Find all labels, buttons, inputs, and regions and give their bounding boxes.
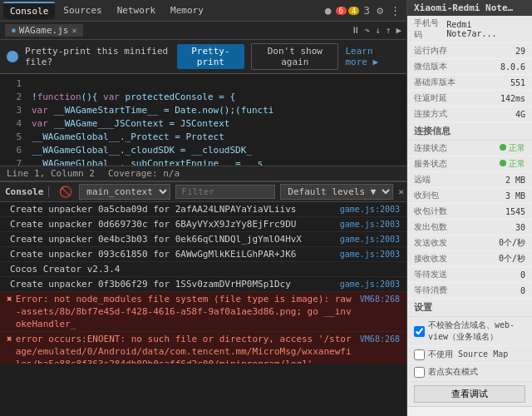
conn-label: 等待消费 [414, 285, 447, 296]
conn-label: 连接状态 [414, 142, 447, 154]
clear-console-btn[interactable]: 🚫 [57, 186, 74, 198]
connection-row: 发出包数30 [407, 220, 532, 235]
console-output[interactable]: Create unpacker 0a5cba09d for 2afAA24LNP… [0, 202, 406, 364]
console-file-ref[interactable]: game.js:2003 [333, 248, 400, 260]
tab-memory[interactable]: Memory [164, 2, 210, 18]
checkbox-rows: 不校验合法域名、web-view（业务域名）不使用 Source Map若点实在… [407, 317, 532, 381]
console-line[interactable]: Create unpacker 093c61850 for 6AWwGgMlkK… [0, 247, 406, 262]
step-out-btn[interactable]: ↑ [386, 25, 392, 36]
console-title: Console [5, 186, 49, 197]
connection-row: 等待消费0 [407, 283, 532, 299]
console-message-text: Create unpacker 0f3b06f29 for 1SSv0zamDV… [10, 278, 333, 290]
close-icon[interactable]: ✕ [71, 26, 76, 35]
file-controls: ⏸ ↷ ↓ ↑ ▶ [351, 25, 402, 36]
settings-checkbox-0[interactable] [414, 326, 425, 337]
console-message-text: Cocos Creator v2.3.4 [10, 263, 400, 275]
conn-value: 1545 [505, 207, 525, 216]
step-into-btn[interactable]: ↓ [375, 25, 381, 36]
settings-checkbox-row: 不校验合法域名、web-view（业务域名） [407, 317, 532, 346]
row-value: 29 [515, 47, 525, 56]
code-area: 123456789 !function(){ var protectedCons… [0, 74, 406, 166]
console-line[interactable]: ✖ Error: not node_modules file system (f… [0, 292, 406, 332]
status-bar: Line 1, Column 2 Coverage: n/a [0, 166, 406, 181]
console-line[interactable]: ✖ error occurs:ENOENT: no such file or d… [0, 332, 406, 364]
resume-btn[interactable]: ▶ [396, 25, 401, 36]
connection-row: 收到包3 MB [407, 188, 532, 204]
tab-console[interactable]: Console [3, 2, 55, 19]
conn-label: 等待发送 [414, 269, 447, 280]
context-select[interactable]: main_context [79, 184, 170, 200]
file-tab[interactable]: ● WAGame.js ✕ [5, 24, 83, 37]
filter-input[interactable] [175, 185, 275, 199]
connection-row: 连接状态正常 [407, 141, 532, 156]
console-file-ref[interactable]: game.js:2003 [333, 278, 400, 290]
line-numbers: 123456789 [0, 74, 25, 166]
prettyprint-question: Pretty-print this minified file? [25, 46, 170, 67]
conn-label: 收包计数 [414, 206, 447, 217]
file-bar: ● WAGame.js ✕ ⏸ ↷ ↓ ↑ ▶ [0, 22, 406, 40]
console-message-text: Create unpacker 0d669730c for 6BAyVYxX9J… [10, 218, 333, 230]
connection-header: 连接信息 [407, 122, 532, 141]
console-line[interactable]: Create unpacker 0d669730c for 6BAyVYxX9J… [0, 217, 406, 232]
more-icon[interactable]: ⋮ [387, 4, 403, 17]
console-file-ref[interactable]: game.js:2003 [333, 218, 400, 230]
conn-value: 2 MB [505, 176, 525, 185]
row-label: 运行内存 [414, 45, 447, 57]
device-info-row: 连接方式4G [407, 106, 532, 122]
settings-icon[interactable]: ⚙ [374, 4, 386, 17]
settings-checkbox-2[interactable] [414, 367, 425, 378]
prettyprint-button[interactable]: Pretty-print [177, 44, 245, 69]
console-line[interactable]: Create unpacker 0f3b06f29 for 1SSv0zamDV… [0, 277, 406, 292]
conn-value: 30 [515, 223, 525, 232]
row-label: 基础库版本 [414, 77, 456, 88]
levels-select[interactable]: Default levels ▼ [280, 184, 393, 200]
device-info-row: 微信版本8.0.6 [407, 59, 532, 75]
error-icon: ✖ [7, 293, 12, 305]
console-file-ref[interactable]: game.js:2003 [333, 203, 400, 215]
step-over-btn[interactable]: ↷ [365, 25, 371, 36]
row-value: 4G [515, 110, 525, 119]
conn-label: 发送收发 [414, 237, 447, 249]
conn-label: 发出包数 [414, 221, 447, 233]
console-line[interactable]: Cocos Creator v2.3.4 [0, 262, 406, 277]
row-label: 微信版本 [414, 61, 447, 72]
tab-sources[interactable]: Sources [57, 2, 108, 18]
device-info-row: 基础库版本551 [407, 75, 532, 91]
dont-show-button[interactable]: Don't show again [251, 43, 338, 70]
console-file-ref[interactable]: VM68:268 [353, 333, 400, 345]
console-line[interactable]: Create unpacker 0e4bc3b03 for 0ek66qClND… [0, 232, 406, 247]
row-value: Redmi Note7ar... [446, 20, 525, 38]
console-close-btn[interactable]: ✕ [398, 186, 404, 197]
console-toolbar: Console 🚫 main_context Default levels ▼ … [0, 182, 406, 202]
code-content[interactable]: !function(){ var protectedConsole = { va… [25, 74, 406, 166]
checkbox-label-0: 不校验合法域名、web-view（业务域名） [428, 319, 525, 343]
console-file-ref[interactable]: VM68:268 [353, 293, 400, 305]
right-panel: Xiaomi-Redmi Note 7 手机号码Redmi Note7ar...… [407, 0, 532, 416]
conn-label: 远端 [414, 174, 431, 186]
debug-button[interactable]: 查看调试 [414, 385, 525, 403]
device-info-row: 运行内存29 [407, 43, 532, 59]
console-file-ref[interactable]: game.js:2003 [333, 233, 400, 245]
pause-btn[interactable]: ⏸ [351, 25, 360, 36]
network-dot: ● [323, 4, 334, 17]
connection-row: 收包计数1545 [407, 204, 532, 220]
conn-label: 服务状态 [414, 158, 447, 170]
conn-value: 0 [520, 270, 525, 280]
connection-row: 远端2 MB [407, 172, 532, 188]
connection-row: 接收收发0个/秒 [407, 251, 532, 267]
connection-rows: 连接状态正常服务状态正常远端2 MB收到包3 MB收包计数1545发出包数30发… [407, 141, 532, 299]
conn-value: 0个/秒 [499, 253, 525, 265]
conn-value: 3 MB [505, 191, 525, 201]
connection-row: 发送收发0个/秒 [407, 235, 532, 251]
learn-more-link[interactable]: Learn more ▶ [346, 46, 401, 67]
console-section: Console 🚫 main_context Default levels ▼ … [0, 181, 406, 364]
tab-network[interactable]: Network [111, 2, 162, 18]
prettyprint-bar: Pretty-print this minified file? Pretty-… [0, 40, 406, 74]
settings-checkbox-1[interactable] [414, 349, 425, 360]
conn-label: 接收收发 [414, 253, 447, 265]
row-label: 往返时延 [414, 92, 447, 104]
row-label: 连接方式 [414, 108, 447, 120]
console-line[interactable]: Create unpacker 0a5cba09d for 2afAA24LNP… [0, 202, 406, 217]
conn-label: 收到包 [414, 190, 439, 201]
checkbox-label-1: 不使用 Source Map [428, 349, 508, 360]
